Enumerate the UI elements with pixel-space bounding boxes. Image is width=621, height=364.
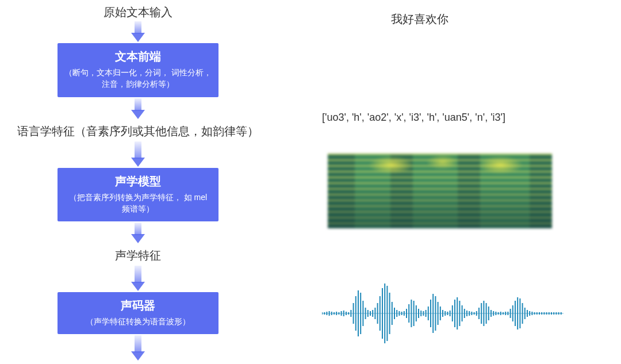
- stage1-title: 文本前端: [64, 49, 212, 64]
- stage1-desc: （断句，文本归一化，分词， 词性分析，注音，韵律分析等）: [64, 67, 212, 90]
- waveform-image: [322, 282, 564, 345]
- example-input-text: 我好喜欢你: [391, 12, 448, 27]
- input-label: 原始文本输入: [103, 5, 172, 20]
- stage-acoustic-model: 声学模型 （把音素序列转换为声学特征， 如 mel 频谱等）: [57, 168, 218, 222]
- stage2-title: 声学模型: [64, 174, 212, 189]
- stage3-desc: （声学特征转换为语音波形）: [64, 316, 212, 327]
- stage-text-frontend: 文本前端 （断句，文本归一化，分词， 词性分析，注音，韵律分析等）: [57, 43, 218, 97]
- spectrogram-image: [328, 154, 552, 228]
- stage-vocoder: 声码器 （声学特征转换为语音波形）: [57, 292, 218, 334]
- stage3-title: 声码器: [64, 298, 212, 313]
- arrow-icon: [132, 21, 144, 42]
- arrow-icon: [132, 335, 144, 361]
- arrow-icon: [132, 98, 144, 119]
- pipeline-column: 原始文本输入 文本前端 （断句，文本归一化，分词， 词性分析，注音，韵律分析等）…: [0, 0, 276, 364]
- arrow-icon: [132, 266, 144, 291]
- stage2-desc: （把音素序列转换为声学特征， 如 mel 频谱等）: [64, 191, 212, 215]
- linguistic-features-label: 语言学特征（音素序列或其他信息，如韵律等）: [6, 124, 270, 139]
- acoustic-features-label: 声学特征: [115, 248, 161, 263]
- arrow-icon: [132, 223, 144, 243]
- example-phoneme-sequence: ['uo3', 'h', 'ao2', 'x', 'i3', 'h', 'uan…: [322, 112, 505, 124]
- arrow-icon: [132, 141, 144, 167]
